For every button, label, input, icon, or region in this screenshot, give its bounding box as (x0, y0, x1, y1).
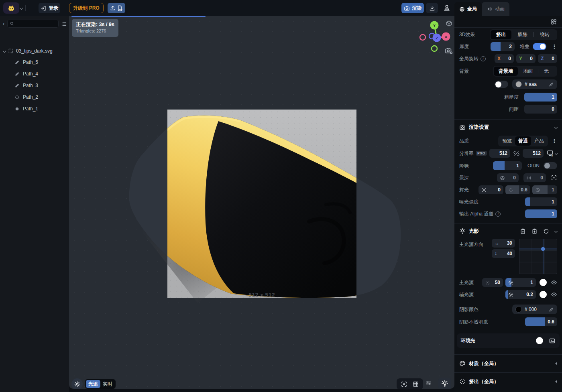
effect-option-revolve[interactable]: 绕转 (534, 30, 556, 39)
tree-item-path1[interactable]: Path_1 (0, 105, 69, 112)
raytrace-mode-button[interactable]: 光追 (86, 380, 100, 388)
upgrade-pro-button[interactable]: 升级到 PRO (69, 3, 104, 13)
denoise-slider[interactable]: 1 (493, 161, 522, 170)
dof-aperture-input[interactable]: 0 (497, 173, 519, 182)
lighting-collapse-chevron[interactable] (554, 230, 558, 233)
bloom-radius-slider[interactable]: 0.6 (505, 185, 530, 194)
effect-segmented-control: 挤出 膨胀 绕转 (490, 29, 557, 40)
tree-item-path5[interactable]: Path_5 (0, 59, 69, 66)
tree-root-file[interactable]: 03_tips_dark.svg (0, 47, 69, 55)
search-box[interactable] (7, 20, 59, 28)
shadow-color-swatch[interactable]: # 000 (512, 305, 557, 314)
pencil-icon[interactable] (549, 82, 554, 87)
search-input[interactable] (16, 21, 56, 26)
fill-light-color-swatch[interactable] (540, 291, 547, 298)
download-button[interactable] (426, 3, 438, 13)
focus-pick-button[interactable] (551, 175, 557, 181)
realtime-mode-button[interactable]: 实时 (100, 380, 115, 388)
rotation-x-value: 0 (508, 56, 511, 61)
exposure-slider[interactable]: 1 (525, 197, 557, 206)
upload-svg-button[interactable] (108, 3, 125, 13)
rotation-x-input[interactable]: X 0 (495, 54, 514, 63)
grid-toggle-button[interactable] (412, 381, 419, 388)
tree-expand-chevron-icon[interactable] (3, 49, 6, 53)
upload-icon (110, 5, 116, 11)
resolution-width-input[interactable]: 512 (489, 149, 510, 158)
ambient-light-color-swatch[interactable] (536, 337, 543, 344)
login-button[interactable]: 登录 (39, 3, 60, 13)
background-option-none[interactable]: 无 (538, 67, 554, 76)
paste-export-button[interactable] (531, 228, 538, 234)
fill-light-visibility-eye-icon[interactable] (551, 291, 557, 298)
light-direction-handle[interactable] (541, 247, 545, 251)
fill-light-intensity-value: 0.2 (526, 292, 533, 297)
background-option-ground[interactable]: 地面 (518, 67, 538, 76)
material-collapse-arrow[interactable] (555, 362, 557, 365)
roughness-slider[interactable]: 1 (524, 93, 557, 102)
tree-item-path3[interactable]: Path_3 (0, 82, 69, 89)
quality-option-preview[interactable]: 预览 (499, 136, 515, 146)
paste-import-button[interactable] (520, 228, 526, 234)
tab-global[interactable]: 全局 (454, 2, 482, 16)
main-light-size-input[interactable]: 50 (482, 278, 503, 287)
environment-image-button[interactable] (549, 337, 556, 344)
main-light-color-swatch[interactable] (540, 279, 547, 286)
reset-history-button[interactable] (543, 228, 549, 234)
gizmo-neg-x[interactable] (420, 35, 426, 40)
background-color-toggle[interactable] (495, 81, 508, 88)
quality-more-button[interactable]: ⋮ (552, 138, 557, 144)
app-logo[interactable] (3, 2, 19, 14)
resolution-height-input[interactable]: 512 (523, 149, 544, 158)
spacing-slider[interactable]: 0 (524, 105, 557, 114)
stamp-button[interactable] (442, 3, 452, 13)
light-direction-pad[interactable] (519, 239, 557, 274)
effect-option-inflate[interactable]: 膨胀 (511, 30, 533, 39)
camera-settings-button[interactable] (445, 47, 453, 55)
alpha-output-slider[interactable]: 1 (525, 209, 557, 218)
bloom-threshold-slider[interactable]: 1 (532, 185, 557, 194)
focus-center-button[interactable] (401, 381, 407, 388)
fill-light-intensity-slider[interactable]: 0.2 (505, 290, 536, 299)
logo-chevron-down-icon[interactable] (20, 6, 23, 10)
rotation-y-input[interactable]: Y 0 (516, 54, 536, 63)
light-direction-h-input[interactable]: ↔ 30 (492, 239, 515, 248)
unlink-icon[interactable] (513, 150, 519, 156)
tree-item-path4[interactable]: Path_4 (0, 70, 69, 77)
circle-filled-icon (14, 106, 20, 112)
render-settings-collapse-chevron[interactable] (554, 126, 558, 129)
resolution-preset-button[interactable] (547, 150, 557, 157)
bloom-intensity-input[interactable]: 0 (479, 185, 503, 194)
layer-label: Path_3 (23, 83, 38, 88)
background-color-swatch[interactable]: # aaa (512, 79, 557, 89)
stack-toggle[interactable] (533, 43, 546, 50)
add-widget-button[interactable] (550, 18, 557, 25)
layer-list-button[interactable] (59, 21, 69, 27)
tree-item-path2[interactable]: Path_2 (0, 93, 69, 101)
oidn-toggle[interactable] (544, 162, 557, 169)
pencil-icon[interactable] (549, 307, 554, 312)
main-light-visibility-eye-icon[interactable] (551, 279, 557, 286)
collapse-sidebar-button[interactable]: ‹ (0, 20, 7, 27)
perspective-cube-button[interactable] (446, 20, 452, 27)
viewport-settings-button[interactable] (71, 378, 83, 389)
tab-animation[interactable]: 动画 (482, 2, 509, 16)
quality-option-product[interactable]: 产品 (531, 136, 547, 146)
color-dot (515, 306, 522, 313)
quality-option-normal[interactable]: 普通 (515, 136, 531, 146)
render-button[interactable]: 渲染 (401, 3, 424, 13)
layers-sidebar: ‹ 03_tips_dark.svg Path_5 Path_4 Path_3 … (0, 16, 69, 392)
thickness-more-button[interactable]: ⋮ (552, 44, 557, 49)
dof-distance-input[interactable]: 0 (523, 173, 546, 182)
light-direction-v-input[interactable]: ↕ 40 (492, 249, 515, 258)
thickness-slider[interactable]: 2 (491, 42, 515, 51)
background-option-wall[interactable]: 背景墙 (494, 67, 518, 76)
extrude-collapse-arrow[interactable] (555, 380, 557, 383)
effect-option-extrude[interactable]: 挤出 (491, 30, 511, 39)
adjustments-button[interactable] (425, 379, 432, 387)
light-preview-button[interactable] (438, 378, 451, 389)
viewport-canvas[interactable]: 512 x 512 正在渲染: 3s / 9s Triangles: 2276 … (69, 16, 454, 389)
main-light-intensity-slider[interactable]: 1 (505, 278, 536, 287)
rotation-z-input[interactable]: Z 0 (538, 54, 557, 63)
gizmo-neg-y[interactable] (432, 46, 437, 51)
shadow-opacity-slider[interactable]: 0.6 (525, 317, 557, 326)
